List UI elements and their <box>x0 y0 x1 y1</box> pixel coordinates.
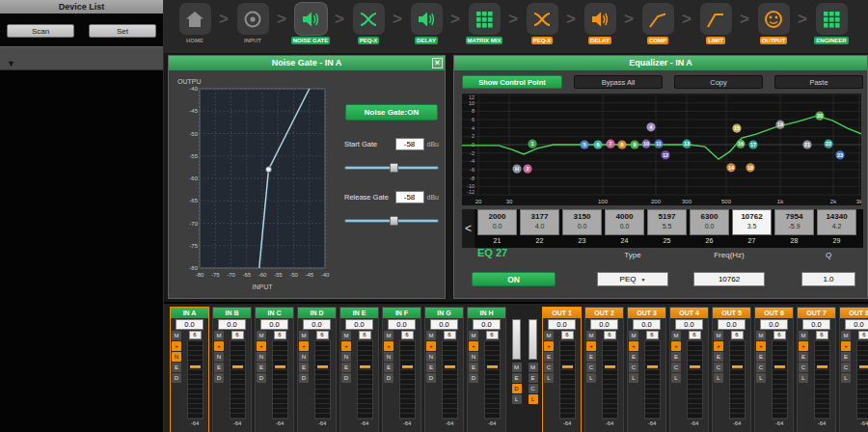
fader-handle[interactable] <box>604 364 616 369</box>
plus-button[interactable]: + <box>586 341 596 351</box>
plus-button[interactable]: + <box>341 341 351 351</box>
eq-button[interactable]: E <box>529 373 538 383</box>
bypass-all-button[interactable]: Bypass All <box>574 75 663 89</box>
fader-track[interactable] <box>484 340 501 419</box>
channel-strip-in-c[interactable]: IN C0.0M+NED6-64 <box>255 307 294 432</box>
fader-track[interactable] <box>399 340 416 419</box>
toolbar-item-noise-gate[interactable]: NOISE GATE <box>289 3 332 44</box>
fader-track[interactable] <box>230 340 246 419</box>
toolbar-item-matrix-mix[interactable]: MATRIX MIX <box>463 3 505 44</box>
delay-button[interactable]: D <box>172 373 181 383</box>
plus-button[interactable]: + <box>257 341 266 351</box>
channel-strip-out-6[interactable]: OUT 60.0M+ECL6-64 <box>754 307 794 432</box>
channel-gain-value[interactable]: 0.0 <box>345 319 373 330</box>
channel-gain-value[interactable]: 0.0 <box>548 319 576 330</box>
eq-button[interactable]: E <box>299 363 309 372</box>
limit-button[interactable]: L <box>841 373 851 383</box>
channel-gain-value[interactable]: 0.0 <box>802 319 830 330</box>
limit-button[interactable]: L <box>671 373 681 383</box>
close-icon[interactable]: × <box>432 58 443 68</box>
fader-handle[interactable] <box>274 364 286 369</box>
fader-handle[interactable] <box>316 364 329 369</box>
comp-button[interactable]: C <box>841 363 851 372</box>
eq-button[interactable]: E <box>671 352 681 362</box>
channel-gain-value[interactable]: 0.0 <box>260 319 288 330</box>
eq-band-21[interactable]: 20000.021 <box>477 209 517 248</box>
fader-handle[interactable] <box>189 364 202 369</box>
channel-fader[interactable]: 6-64 <box>555 331 580 428</box>
plus-button[interactable]: + <box>469 341 478 351</box>
channel-strip-out-3[interactable]: OUT 30.0M+ECL6-64 <box>627 307 666 432</box>
delay-button[interactable]: D <box>299 373 309 383</box>
noise-gate-button[interactable]: N <box>257 352 266 362</box>
mute-button[interactable]: M <box>841 331 851 340</box>
plus-button[interactable]: + <box>299 341 309 351</box>
mute-button[interactable]: M <box>426 331 436 340</box>
mute-button[interactable]: M <box>544 331 554 340</box>
plus-button[interactable]: + <box>629 341 638 351</box>
channel-strip-out-8[interactable]: OUT 80.0M+ECL6-64 <box>839 307 868 432</box>
fader-handle[interactable] <box>858 364 868 369</box>
eq-button[interactable]: E <box>257 363 266 372</box>
channel-gain-value[interactable]: 0.0 <box>303 319 331 330</box>
start-gate-slider[interactable] <box>344 162 439 174</box>
mute-button[interactable]: M <box>172 331 181 340</box>
channel-fader[interactable]: 6-64 <box>394 331 420 428</box>
channel-strip-out-1[interactable]: OUT 10.0M+ECL6-64 <box>542 307 582 432</box>
channel-strip-out-5[interactable]: OUT 50.0M+ECL6-64 <box>712 307 751 432</box>
mute-button[interactable]: M <box>529 363 538 372</box>
toolbar-item-comp[interactable]: COMP <box>637 3 679 44</box>
limit-button[interactable]: L <box>799 373 808 383</box>
eq-button[interactable]: E <box>799 352 808 362</box>
eq-band-28[interactable]: 7954-5.928 <box>774 209 814 248</box>
fader-handle[interactable] <box>816 364 828 369</box>
channel-fader[interactable]: 6-64 <box>437 331 462 428</box>
mute-button[interactable]: M <box>512 363 522 372</box>
eq-band-26[interactable]: 63000.026 <box>690 209 729 248</box>
fader-track[interactable] <box>442 340 458 419</box>
device-tree-collapse[interactable]: ▼ <box>0 46 163 70</box>
plus-button[interactable]: + <box>544 341 554 351</box>
eq-button[interactable]: E <box>426 363 436 372</box>
channel-fader[interactable]: 6-64 <box>809 331 834 428</box>
toolbar-item-delay[interactable]: DELAY <box>405 3 448 44</box>
channel-fader[interactable]: 6-64 <box>852 331 868 428</box>
channel-gain-value[interactable]: 0.0 <box>845 319 868 330</box>
eq-button[interactable]: E <box>384 363 393 372</box>
limit-button[interactable]: L <box>544 373 554 383</box>
eq-button[interactable]: E <box>214 363 224 372</box>
delay-button[interactable]: D <box>257 373 266 383</box>
q-value-field[interactable]: 1.0 <box>801 272 855 286</box>
noise-gate-button[interactable]: N <box>426 352 436 362</box>
mute-button[interactable]: M <box>469 331 478 340</box>
channel-strip-out-7[interactable]: OUT 70.0M+ECL6-64 <box>797 307 836 432</box>
paste-button[interactable]: Paste <box>774 75 863 89</box>
channel-gain-value[interactable]: 0.0 <box>633 319 661 330</box>
fader-handle[interactable] <box>646 364 659 369</box>
channel-strip-in-f[interactable]: IN F0.0M+NED6-64 <box>382 307 421 432</box>
limit-button[interactable]: L <box>529 394 538 404</box>
comp-button[interactable]: C <box>714 363 723 372</box>
channel-fader[interactable]: 6-64 <box>310 331 335 428</box>
toolbar-item-peq-x[interactable]: PEQ-X <box>347 3 390 44</box>
fader-track[interactable] <box>559 340 576 419</box>
plus-button[interactable]: + <box>671 341 681 351</box>
channel-strip-in-d[interactable]: IN D0.0M+NED6-64 <box>297 307 337 432</box>
filter-type-select[interactable]: PEQ ▼ <box>597 272 668 286</box>
eq-band-25[interactable]: 51975.525 <box>647 209 687 248</box>
fader-handle[interactable] <box>231 364 244 369</box>
noise-gate-button[interactable]: N <box>384 352 393 362</box>
channel-strip-out-2[interactable]: OUT 20.0M+ECL6-64 <box>584 307 624 432</box>
limit-button[interactable]: L <box>629 373 638 383</box>
eq-band-23[interactable]: 31500.023 <box>562 209 602 248</box>
plus-button[interactable]: + <box>756 341 766 351</box>
delay-button[interactable]: D <box>426 373 436 383</box>
noise-gate-graph[interactable]: -40-45-50-55-60-65-70-75-80-80-75-70-65-… <box>175 75 339 293</box>
channel-gain-value[interactable]: 0.0 <box>430 319 458 330</box>
toolbar-item-home[interactable]: HOME <box>174 3 216 44</box>
channel-gain-value[interactable]: 0.0 <box>590 319 618 330</box>
eq-band-22[interactable]: 31774.022 <box>520 209 559 248</box>
scroll-left-icon[interactable]: < <box>462 209 475 248</box>
fader-handle[interactable] <box>486 364 499 369</box>
noise-gate-button[interactable]: N <box>469 352 478 362</box>
